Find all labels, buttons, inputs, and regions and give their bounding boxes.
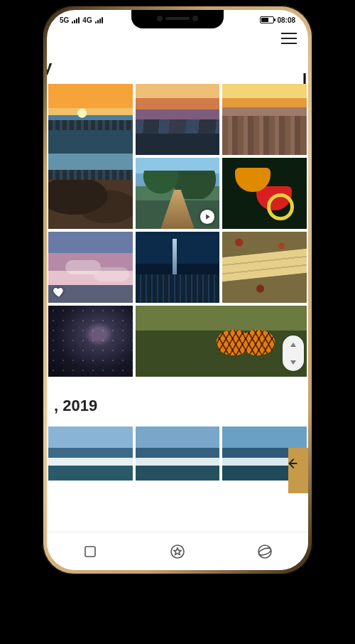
square-icon bbox=[82, 543, 99, 560]
back-button[interactable] bbox=[281, 452, 304, 475]
photo-mountain-sunset[interactable] bbox=[136, 84, 220, 155]
fast-scroll-handle[interactable] bbox=[283, 336, 304, 371]
photo-surfing-1[interactable] bbox=[48, 426, 133, 481]
stack-icon bbox=[290, 138, 302, 151]
section-title-2019: , 2019 bbox=[48, 377, 307, 424]
network-label-1: 5G bbox=[60, 16, 69, 24]
status-right: 08:08 bbox=[260, 16, 295, 24]
phone-frame: 5G 4G 08:08 y I bbox=[43, 6, 312, 574]
globe-icon bbox=[256, 543, 273, 560]
photo-boardwalk-trees[interactable] bbox=[136, 158, 220, 229]
photo-coastal-town-sunset[interactable] bbox=[222, 84, 307, 155]
caret-down-icon bbox=[290, 360, 297, 365]
signal-bars-icon bbox=[95, 16, 103, 23]
section-title-recent: y bbox=[47, 51, 307, 84]
photo-monarch-butterfly[interactable] bbox=[136, 306, 307, 377]
gallery-content: y I bbox=[47, 30, 308, 532]
nav-back-button[interactable] bbox=[239, 537, 290, 566]
battery-icon bbox=[260, 16, 274, 23]
photo-pink-evening-clouds[interactable] bbox=[48, 232, 133, 303]
photo-row-2019 bbox=[48, 426, 307, 481]
status-left: 5G 4G bbox=[60, 16, 103, 24]
gallery[interactable]: y I bbox=[47, 51, 308, 481]
heart-icon bbox=[275, 138, 288, 151]
arrow-left-icon bbox=[285, 456, 300, 471]
photo-teacups-still-life[interactable] bbox=[222, 158, 307, 229]
clock: 08:08 bbox=[277, 16, 295, 24]
photo-grid bbox=[48, 84, 307, 377]
photo-surfing-2[interactable] bbox=[136, 426, 220, 481]
system-nav-bar bbox=[47, 532, 308, 570]
notch bbox=[131, 10, 224, 28]
svg-rect-1 bbox=[291, 139, 299, 147]
signal-bars-icon bbox=[72, 16, 80, 23]
photo-milky-way[interactable] bbox=[48, 306, 133, 377]
favorite-stack-badge bbox=[275, 138, 302, 151]
play-icon bbox=[200, 209, 215, 225]
caret-up-icon bbox=[290, 342, 297, 348]
photo-city-skyline-night[interactable] bbox=[136, 232, 220, 303]
photo-sunset-city-shore[interactable] bbox=[48, 84, 133, 229]
svg-rect-0 bbox=[293, 141, 300, 149]
heart-icon bbox=[53, 286, 65, 299]
svg-rect-3 bbox=[85, 547, 95, 557]
network-label-2: 4G bbox=[82, 16, 92, 24]
screen: 5G 4G 08:08 y I bbox=[47, 10, 308, 570]
nav-recent-button[interactable] bbox=[65, 537, 116, 566]
menu-icon[interactable] bbox=[281, 33, 297, 44]
photo-bamboo-autumn[interactable] bbox=[222, 232, 307, 303]
nav-home-button[interactable] bbox=[152, 537, 203, 566]
top-bar bbox=[47, 30, 308, 51]
star-circle-icon bbox=[169, 543, 186, 560]
